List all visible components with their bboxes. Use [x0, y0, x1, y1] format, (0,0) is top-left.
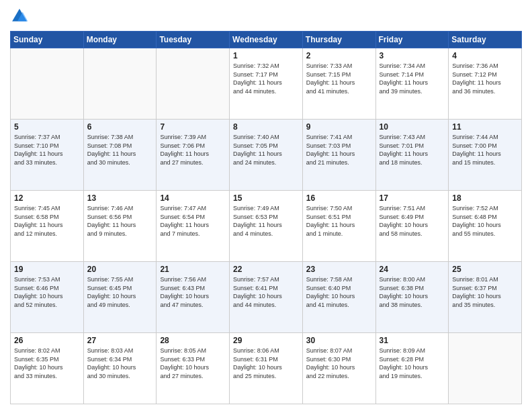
calendar-week-row: 5Sunrise: 7:37 AM Sunset: 7:10 PM Daylig… [11, 120, 522, 191]
day-number: 20 [87, 265, 153, 274]
calendar-cell: 23Sunrise: 7:58 AM Sunset: 6:40 PM Dayli… [302, 262, 375, 333]
day-number: 3 [380, 51, 445, 60]
day-info: Sunrise: 7:45 AM Sunset: 6:58 PM Dayligh… [14, 204, 80, 238]
calendar-cell: 13Sunrise: 7:46 AM Sunset: 6:56 PM Dayli… [83, 191, 157, 262]
calendar-cell: 4Sunrise: 7:36 AM Sunset: 7:12 PM Daylig… [449, 48, 522, 120]
day-info: Sunrise: 8:07 AM Sunset: 6:30 PM Dayligh… [306, 347, 372, 380]
weekday-header: Monday [83, 32, 157, 48]
day-info: Sunrise: 7:32 AM Sunset: 7:17 PM Dayligh… [233, 62, 299, 95]
day-number: 2 [306, 51, 372, 60]
calendar: SundayMondayTuesdayWednesdayThursdayFrid… [10, 31, 522, 404]
calendar-cell: 8Sunrise: 7:40 AM Sunset: 7:05 PM Daylig… [230, 120, 303, 191]
day-number: 12 [14, 193, 80, 203]
calendar-cell: 30Sunrise: 8:07 AM Sunset: 6:30 PM Dayli… [302, 333, 375, 404]
day-number: 25 [452, 265, 518, 274]
day-info: Sunrise: 8:09 AM Sunset: 6:28 PM Dayligh… [380, 347, 445, 380]
day-number: 9 [306, 122, 372, 132]
calendar-cell: 22Sunrise: 7:57 AM Sunset: 6:41 PM Dayli… [230, 262, 303, 333]
calendar-cell: 14Sunrise: 7:47 AM Sunset: 6:54 PM Dayli… [157, 191, 230, 262]
day-number: 19 [14, 265, 80, 274]
day-number: 21 [160, 265, 226, 274]
day-number: 24 [380, 265, 445, 274]
day-info: Sunrise: 7:33 AM Sunset: 7:15 PM Dayligh… [306, 62, 372, 95]
day-info: Sunrise: 7:34 AM Sunset: 7:14 PM Dayligh… [380, 62, 445, 95]
day-number: 5 [14, 122, 80, 132]
day-number: 10 [380, 122, 445, 132]
weekday-header: Wednesday [230, 32, 303, 48]
day-number: 1 [233, 51, 299, 60]
day-info: Sunrise: 7:46 AM Sunset: 6:56 PM Dayligh… [87, 204, 153, 238]
day-number: 23 [306, 265, 372, 274]
calendar-cell: 6Sunrise: 7:38 AM Sunset: 7:08 PM Daylig… [83, 120, 157, 191]
day-info: Sunrise: 8:06 AM Sunset: 6:31 PM Dayligh… [233, 347, 299, 380]
day-number: 16 [306, 193, 372, 203]
calendar-cell: 2Sunrise: 7:33 AM Sunset: 7:15 PM Daylig… [302, 48, 375, 120]
header-row: SundayMondayTuesdayWednesdayThursdayFrid… [11, 32, 522, 48]
weekday-header: Saturday [449, 32, 522, 48]
day-number: 11 [452, 122, 518, 132]
calendar-cell: 24Sunrise: 8:00 AM Sunset: 6:38 PM Dayli… [375, 262, 449, 333]
calendar-cell [83, 48, 157, 120]
day-info: Sunrise: 7:37 AM Sunset: 7:10 PM Dayligh… [14, 133, 80, 167]
day-info: Sunrise: 7:47 AM Sunset: 6:54 PM Dayligh… [160, 204, 226, 238]
day-info: Sunrise: 8:05 AM Sunset: 6:33 PM Dayligh… [160, 347, 226, 380]
day-number: 18 [452, 193, 518, 203]
day-info: Sunrise: 7:50 AM Sunset: 6:51 PM Dayligh… [306, 204, 372, 238]
calendar-header: SundayMondayTuesdayWednesdayThursdayFrid… [11, 32, 522, 48]
calendar-cell [449, 333, 522, 404]
day-info: Sunrise: 7:58 AM Sunset: 6:40 PM Dayligh… [306, 275, 372, 309]
day-info: Sunrise: 7:40 AM Sunset: 7:05 PM Dayligh… [233, 133, 299, 167]
calendar-cell: 26Sunrise: 8:02 AM Sunset: 6:35 PM Dayli… [11, 333, 84, 404]
calendar-cell: 31Sunrise: 8:09 AM Sunset: 6:28 PM Dayli… [375, 333, 449, 404]
day-info: Sunrise: 7:55 AM Sunset: 6:45 PM Dayligh… [87, 275, 153, 309]
calendar-cell: 10Sunrise: 7:43 AM Sunset: 7:01 PM Dayli… [375, 120, 449, 191]
day-number: 14 [160, 193, 226, 203]
day-info: Sunrise: 7:49 AM Sunset: 6:53 PM Dayligh… [233, 204, 299, 238]
calendar-week-row: 19Sunrise: 7:53 AM Sunset: 6:46 PM Dayli… [11, 262, 522, 333]
calendar-cell: 25Sunrise: 8:01 AM Sunset: 6:37 PM Dayli… [449, 262, 522, 333]
day-info: Sunrise: 8:01 AM Sunset: 6:37 PM Dayligh… [452, 275, 518, 309]
calendar-cell [11, 48, 84, 120]
day-info: Sunrise: 7:36 AM Sunset: 7:12 PM Dayligh… [452, 62, 518, 95]
calendar-cell: 18Sunrise: 7:52 AM Sunset: 6:48 PM Dayli… [449, 191, 522, 262]
calendar-week-row: 26Sunrise: 8:02 AM Sunset: 6:35 PM Dayli… [11, 333, 522, 404]
calendar-week-row: 1Sunrise: 7:32 AM Sunset: 7:17 PM Daylig… [11, 48, 522, 120]
calendar-cell: 19Sunrise: 7:53 AM Sunset: 6:46 PM Dayli… [11, 262, 84, 333]
day-info: Sunrise: 7:41 AM Sunset: 7:03 PM Dayligh… [306, 133, 372, 167]
day-info: Sunrise: 8:00 AM Sunset: 6:38 PM Dayligh… [380, 275, 445, 309]
day-info: Sunrise: 7:56 AM Sunset: 6:43 PM Dayligh… [160, 275, 226, 309]
day-info: Sunrise: 7:39 AM Sunset: 7:06 PM Dayligh… [160, 133, 226, 167]
calendar-cell: 20Sunrise: 7:55 AM Sunset: 6:45 PM Dayli… [83, 262, 157, 333]
calendar-cell: 7Sunrise: 7:39 AM Sunset: 7:06 PM Daylig… [157, 120, 230, 191]
page: SundayMondayTuesdayWednesdayThursdayFrid… [0, 0, 532, 411]
day-info: Sunrise: 7:52 AM Sunset: 6:48 PM Dayligh… [452, 204, 518, 238]
day-number: 28 [160, 336, 226, 345]
day-number: 22 [233, 265, 299, 274]
day-info: Sunrise: 7:53 AM Sunset: 6:46 PM Dayligh… [14, 275, 80, 309]
day-number: 29 [233, 336, 299, 345]
calendar-cell: 3Sunrise: 7:34 AM Sunset: 7:14 PM Daylig… [375, 48, 449, 120]
day-number: 30 [306, 336, 372, 345]
calendar-body: 1Sunrise: 7:32 AM Sunset: 7:17 PM Daylig… [11, 48, 522, 404]
day-number: 4 [452, 51, 518, 60]
calendar-cell: 5Sunrise: 7:37 AM Sunset: 7:10 PM Daylig… [11, 120, 84, 191]
day-info: Sunrise: 7:57 AM Sunset: 6:41 PM Dayligh… [233, 275, 299, 309]
header [10, 7, 522, 26]
weekday-header: Thursday [302, 32, 375, 48]
day-number: 31 [380, 336, 445, 345]
day-number: 17 [380, 193, 445, 203]
calendar-cell: 21Sunrise: 7:56 AM Sunset: 6:43 PM Dayli… [157, 262, 230, 333]
calendar-cell: 15Sunrise: 7:49 AM Sunset: 6:53 PM Dayli… [230, 191, 303, 262]
calendar-cell: 17Sunrise: 7:51 AM Sunset: 6:49 PM Dayli… [375, 191, 449, 262]
weekday-header: Friday [375, 32, 449, 48]
day-number: 6 [87, 122, 153, 132]
day-number: 7 [160, 122, 226, 132]
day-number: 26 [14, 336, 80, 345]
day-info: Sunrise: 8:02 AM Sunset: 6:35 PM Dayligh… [14, 347, 80, 380]
day-number: 13 [87, 193, 153, 203]
day-info: Sunrise: 7:38 AM Sunset: 7:08 PM Dayligh… [87, 133, 153, 167]
calendar-cell: 27Sunrise: 8:03 AM Sunset: 6:34 PM Dayli… [83, 333, 157, 404]
day-info: Sunrise: 7:43 AM Sunset: 7:01 PM Dayligh… [380, 133, 445, 167]
calendar-cell: 12Sunrise: 7:45 AM Sunset: 6:58 PM Dayli… [11, 191, 84, 262]
logo [10, 7, 32, 26]
